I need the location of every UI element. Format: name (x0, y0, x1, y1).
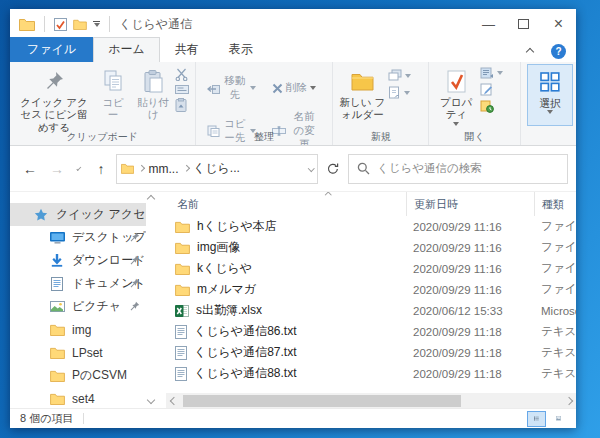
qat-customize-button[interactable] (93, 21, 100, 27)
scroll-down-icon[interactable] (147, 396, 155, 404)
forward-button[interactable]: → (45, 157, 69, 181)
refresh-button[interactable] (321, 157, 345, 181)
large-icons-view-button[interactable] (549, 411, 568, 427)
scroll-left-icon[interactable] (166, 393, 181, 408)
file-row[interactable]: くじらや通信86.txt 2020/09/29 11:18 テキスト ド (166, 321, 576, 342)
file-type: テキスト ド (534, 366, 576, 381)
address-box[interactable]: mm... くじら... (116, 154, 318, 184)
file-row[interactable]: くじらや通信88.txt 2020/09/29 11:18 テキスト ド (166, 363, 576, 384)
help-icon[interactable]: ? (551, 44, 566, 59)
sidebar-item-documents[interactable]: ドキュメント (10, 272, 146, 295)
edit-icon (480, 83, 493, 96)
sidebar-item-img[interactable]: img (10, 318, 146, 341)
file-name: s出勤簿.xlsx (196, 302, 262, 319)
sidebar-scrollbar[interactable] (144, 192, 158, 408)
sidebar-item-downloads[interactable]: ダウンロード (10, 249, 146, 272)
status-bar: 8 個の項目 (10, 408, 576, 428)
column-header-name[interactable]: 名前 (166, 192, 406, 216)
move-to-button[interactable]: 移動先 (207, 74, 256, 102)
collapse-ribbon-button[interactable] (521, 48, 539, 56)
tab-view[interactable]: 表示 (214, 37, 268, 62)
copy-button[interactable]: コピー (95, 64, 131, 121)
file-row[interactable]: s出勤簿.xlsx 2020/06/12 15:33 Microsoft (166, 300, 576, 321)
title-bar: くじらや通信 — × (10, 9, 576, 39)
breadcrumb-item[interactable]: くじら... (193, 160, 240, 177)
qat-properties-button[interactable] (54, 18, 67, 31)
chevron-down-icon (497, 71, 503, 75)
tab-file[interactable]: ファイル (10, 37, 93, 62)
select-grid-icon (539, 69, 561, 95)
history-button[interactable] (480, 100, 503, 113)
file-type: ファイル フォ (534, 240, 576, 255)
new-folder-icon (351, 68, 374, 94)
sidebar-item-quick-access[interactable]: クイック アクセス (10, 203, 146, 226)
details-view-button[interactable] (527, 411, 546, 427)
maximize-button[interactable] (506, 9, 541, 39)
address-dropdown-icon[interactable] (308, 165, 314, 171)
sidebar-item-set4[interactable]: set4 (10, 387, 146, 408)
new-item-button[interactable] (388, 69, 411, 82)
column-header-date[interactable]: 更新日時 (406, 192, 534, 216)
file-row[interactable]: hくじらや本店 2020/09/29 11:16 ファイル フォ (166, 216, 576, 237)
new-folder-label: 新しい フォルダー (339, 96, 385, 121)
properties-button[interactable]: プロパティ (432, 64, 480, 126)
copy-path-button[interactable] (175, 85, 189, 94)
select-label: 選択 (540, 97, 561, 109)
ribbon-group-label: 整理 (196, 130, 333, 144)
tab-home[interactable]: ホーム (93, 37, 160, 62)
sidebar-item-pictures[interactable]: ピクチャ (10, 295, 146, 318)
address-folder-icon (121, 163, 134, 174)
history-icon (480, 100, 494, 113)
paste-shortcut-button[interactable] (175, 98, 189, 112)
divider (109, 16, 110, 32)
sidebar-item-pcsvm[interactable]: PのCSVM (10, 364, 146, 387)
up-button[interactable]: ↑ (89, 157, 113, 181)
qat-new-folder-button[interactable] (73, 19, 87, 30)
search-input[interactable]: くじらや通信の検索 (348, 154, 568, 184)
scrollbar-track[interactable] (181, 393, 561, 408)
scrollbar-thumb[interactable] (183, 395, 461, 407)
sidebar-item-desktop[interactable]: デスクトップ (10, 226, 146, 249)
file-list-pane: 名前 更新日時 種類 hくじらや本店 2020/09/29 11:16 ファイル… (160, 192, 576, 408)
paste-shortcut-icon (175, 98, 187, 112)
select-button[interactable]: 選択 (527, 64, 573, 126)
paste-button[interactable]: 貼り付け (131, 64, 175, 121)
back-button[interactable]: ← (18, 157, 42, 181)
open-button[interactable] (480, 67, 503, 79)
scroll-right-icon[interactable] (561, 393, 576, 408)
sidebar-item-lpset[interactable]: LPset (10, 341, 146, 364)
edit-button[interactable] (480, 83, 503, 96)
file-name: くじらや通信87.txt (194, 344, 296, 361)
copy-icon (104, 68, 123, 94)
scroll-up-icon[interactable] (147, 195, 155, 203)
recent-locations-button[interactable] (72, 157, 86, 181)
file-row[interactable]: img画像 2020/09/29 11:16 ファイル フォ (166, 237, 576, 258)
breadcrumb-item[interactable]: mm... (149, 162, 179, 176)
file-row[interactable]: mメルマガ 2020/09/29 11:16 ファイル フォ (166, 279, 576, 300)
column-header-type[interactable]: 種類 (534, 192, 576, 216)
file-row[interactable]: kくじらや 2020/09/29 11:16 ファイル フォ (166, 258, 576, 279)
pin-to-quick-access-button[interactable]: クイック アクセス にピン留めする (13, 64, 95, 133)
new-folder-button[interactable]: 新しい フォルダー (336, 64, 388, 121)
tab-share[interactable]: 共有 (160, 37, 214, 62)
divider (83, 413, 84, 424)
document-icon (48, 277, 66, 291)
folder-icon (175, 242, 190, 254)
close-button[interactable]: × (541, 9, 576, 39)
file-name: hくじらや本店 (197, 218, 277, 235)
file-row[interactable]: くじらや通信87.txt 2020/09/29 11:18 テキスト ド (166, 342, 576, 363)
file-type: Microsoft (534, 305, 576, 317)
easy-access-icon (388, 86, 401, 99)
chevron-down-icon (404, 91, 410, 95)
breadcrumb-separator-icon (138, 165, 144, 171)
minimize-button[interactable]: — (471, 9, 506, 39)
cut-button[interactable] (175, 68, 189, 81)
text-file-icon (175, 367, 187, 381)
ribbon-group-open: プロパティ 開く (429, 62, 521, 145)
delete-button[interactable]: 削除 (272, 74, 319, 102)
window-title: くじらや通信 (119, 16, 192, 33)
pin-icon (44, 68, 64, 94)
maximize-icon (518, 19, 529, 29)
easy-access-button[interactable] (388, 86, 411, 99)
horizontal-scrollbar[interactable] (166, 393, 576, 408)
